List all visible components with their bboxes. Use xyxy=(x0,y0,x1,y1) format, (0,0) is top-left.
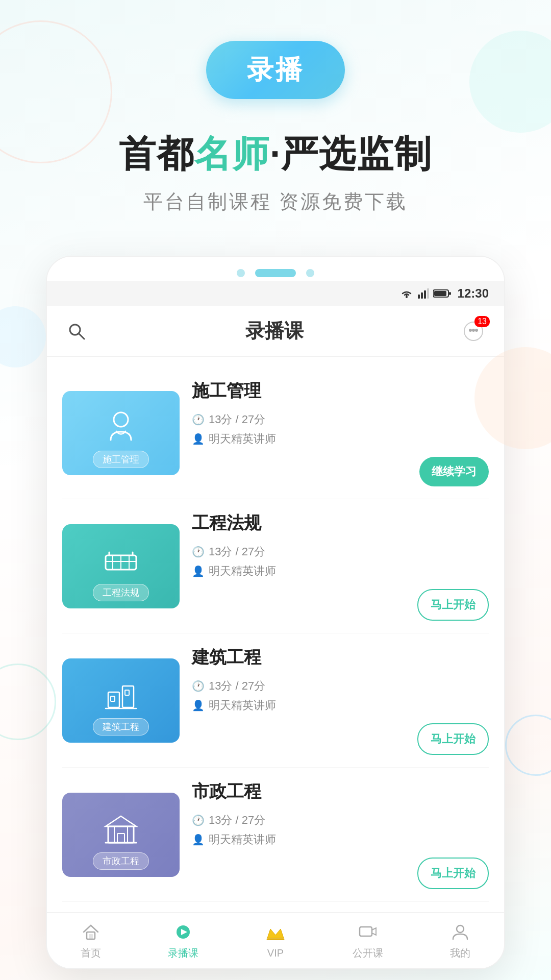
course-thumb-label-4: 市政工程 xyxy=(93,852,149,870)
nav-icon-wrap-vip xyxy=(265,924,286,944)
course-info-4: 市政工程 🕐 13分 / 27分 👤 明天精英讲师 马上开始 xyxy=(192,780,489,889)
course-meta-4: 🕐 13分 / 27分 👤 明天精英讲师 xyxy=(192,813,489,847)
nav-icon-wrap-record xyxy=(174,923,192,943)
course-duration-row-3: 🕐 13分 / 27分 xyxy=(192,678,489,694)
nav-icon-wrap-home xyxy=(82,923,100,943)
course-info-1: 施工管理 🕐 13分 / 27分 👤 明天精英讲师 继续学习 xyxy=(192,379,489,486)
svg-rect-32 xyxy=(89,934,93,939)
course-name-1: 施工管理 xyxy=(192,379,489,403)
course-thumb-3[interactable]: 建筑工程 xyxy=(62,658,180,743)
svg-point-12 xyxy=(472,329,475,332)
course-btn-2[interactable]: 马上开始 xyxy=(417,589,489,621)
course-duration-1: 13分 / 27分 xyxy=(209,412,265,427)
nav-item-vip[interactable]: VIP xyxy=(265,924,286,959)
course-teacher-3: 明天精英讲师 xyxy=(209,698,276,713)
phone-mockup: 12:30 录播课 13 xyxy=(46,256,505,969)
search-icon xyxy=(67,322,86,341)
course-meta-1: 🕐 13分 / 27分 👤 明天精英讲师 xyxy=(192,412,489,447)
svg-rect-23 xyxy=(122,686,134,707)
svg-rect-1 xyxy=(418,295,420,299)
course-teacher-2: 明天精英讲师 xyxy=(209,564,276,579)
course-btn-1[interactable]: 继续学习 xyxy=(419,457,489,486)
svg-line-9 xyxy=(79,333,84,339)
nav-label-home: 首页 xyxy=(81,946,101,960)
course-thumb-icon-1 xyxy=(103,409,139,452)
svg-rect-3 xyxy=(424,290,426,299)
course-thumb-4[interactable]: 市政工程 xyxy=(62,793,180,877)
svg-rect-6 xyxy=(434,291,446,296)
course-list: 施工管理 施工管理 🕐 13分 / 27分 👤 明天精英讲师 继续学习 工程法规 xyxy=(47,357,504,912)
teacher-icon-3: 👤 xyxy=(192,699,205,712)
vip-icon xyxy=(265,935,286,944)
course-duration-2: 13分 / 27分 xyxy=(209,544,265,559)
dot-3 xyxy=(306,269,314,277)
course-duration-4: 13分 / 27分 xyxy=(209,813,265,828)
svg-point-37 xyxy=(457,925,464,933)
course-teacher-4: 明天精英讲师 xyxy=(209,832,276,847)
teacher-icon-4: 👤 xyxy=(192,834,205,846)
course-duration-row-2: 🕐 13分 / 27分 xyxy=(192,544,489,559)
svg-rect-27 xyxy=(108,826,134,843)
course-name-4: 市政工程 xyxy=(192,780,489,803)
course-teacher-row-2: 👤 明天精英讲师 xyxy=(192,564,489,579)
course-item-2: 工程法规 工程法规 🕐 13分 / 27分 👤 明天精英讲师 马上开始 xyxy=(62,499,489,633)
svg-rect-22 xyxy=(108,692,119,707)
course-info-3: 建筑工程 🕐 13分 / 27分 👤 明天精英讲师 马上开始 xyxy=(192,646,489,755)
teacher-icon-2: 👤 xyxy=(192,565,205,577)
course-teacher-row-1: 👤 明天精英讲师 xyxy=(192,431,489,447)
hero-title-part1: 首都 xyxy=(119,133,194,174)
hero-badge[interactable]: 录播 xyxy=(206,41,345,99)
course-btn-4[interactable]: 马上开始 xyxy=(417,857,489,889)
wifi-icon xyxy=(399,288,414,299)
nav-item-user[interactable]: 我的 xyxy=(450,923,470,960)
clock-icon-3: 🕐 xyxy=(192,680,205,692)
svg-point-0 xyxy=(406,296,408,298)
hero-section: 录播 首都名师·严选监制 平台自制课程 资源免费下载 xyxy=(0,0,551,235)
nav-item-record[interactable]: 录播课 xyxy=(168,923,198,960)
pagination-dots xyxy=(47,257,504,281)
course-duration-row-1: 🕐 13分 / 27分 xyxy=(192,412,489,427)
course-teacher-row-4: 👤 明天精英讲师 xyxy=(192,832,489,847)
status-time: 12:30 xyxy=(458,286,489,301)
svg-rect-4 xyxy=(427,288,429,299)
teacher-icon-1: 👤 xyxy=(192,433,205,445)
svg-point-14 xyxy=(114,412,128,427)
svg-rect-36 xyxy=(360,927,372,936)
course-btn-3[interactable]: 马上开始 xyxy=(417,723,489,755)
svg-point-13 xyxy=(475,329,478,332)
course-thumb-2[interactable]: 工程法规 xyxy=(62,524,180,608)
signal-icon xyxy=(418,288,429,299)
course-item-4: 市政工程 市政工程 🕐 13分 / 27分 👤 明天精英讲师 马上开始 xyxy=(62,768,489,902)
course-thumb-label-3: 建筑工程 xyxy=(93,718,149,736)
hero-title-highlight: 名师 xyxy=(194,133,270,174)
status-icons: 12:30 xyxy=(399,286,489,301)
course-duration-row-4: 🕐 13分 / 27分 xyxy=(192,813,489,828)
course-meta-3: 🕐 13分 / 27分 👤 明天精英讲师 xyxy=(192,678,489,713)
nav-item-video[interactable]: 公开课 xyxy=(353,923,383,960)
course-thumb-label-1: 施工管理 xyxy=(93,451,149,468)
battery-icon xyxy=(433,288,452,299)
course-thumb-icon-2 xyxy=(103,545,139,583)
nav-icon-wrap-video xyxy=(359,923,377,943)
nav-label-record: 录播课 xyxy=(168,946,198,960)
course-item-3: 建筑工程 建筑工程 🕐 13分 / 27分 👤 明天精英讲师 马上开始 xyxy=(62,633,489,768)
course-duration-3: 13分 / 27分 xyxy=(209,678,265,694)
notification-badge: 13 xyxy=(474,316,490,327)
svg-rect-24 xyxy=(111,696,115,701)
course-thumb-icon-4 xyxy=(103,811,139,854)
nav-label-video: 公开课 xyxy=(353,946,383,960)
hero-title-part2: ·严选监制 xyxy=(270,133,432,174)
app-header: 录播课 13 xyxy=(47,306,504,357)
notification-button[interactable]: 13 xyxy=(461,319,486,344)
svg-point-11 xyxy=(469,329,472,332)
hero-subtitle: 平台自制课程 资源免费下载 xyxy=(143,189,408,215)
search-button[interactable] xyxy=(65,320,88,342)
nav-item-home[interactable]: 首页 xyxy=(81,923,101,960)
course-name-3: 建筑工程 xyxy=(192,646,489,669)
course-info-2: 工程法规 🕐 13分 / 27分 👤 明天精英讲师 马上开始 xyxy=(192,511,489,621)
course-thumb-label-2: 工程法规 xyxy=(93,584,149,601)
clock-icon-1: 🕐 xyxy=(192,413,205,426)
course-thumb-1[interactable]: 施工管理 xyxy=(62,391,180,475)
course-teacher-row-3: 👤 明天精英讲师 xyxy=(192,698,489,713)
svg-rect-7 xyxy=(449,292,451,295)
